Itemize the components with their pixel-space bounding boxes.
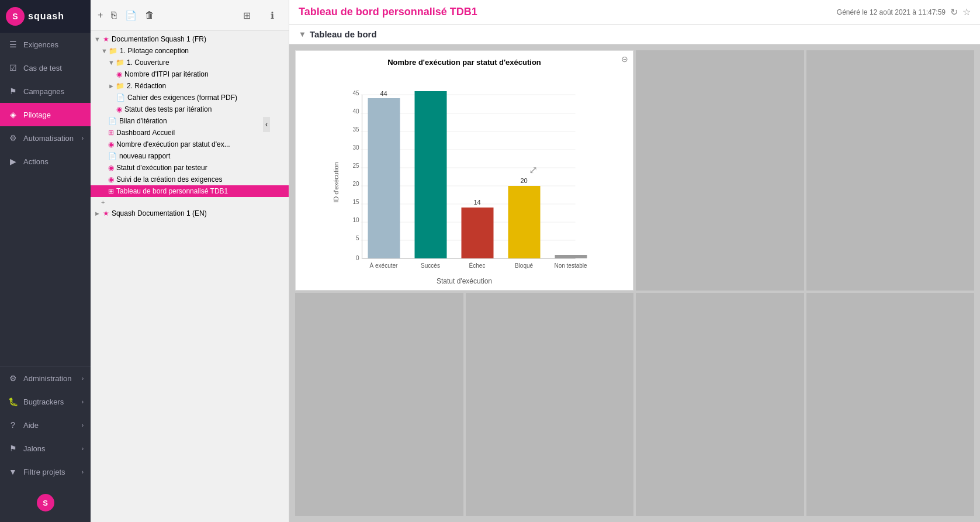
tree-panel: + ⎘ 📄 🗑 ⊞ ℹ ▼ ★ Documentation Squash 1 (… <box>91 0 289 522</box>
sidebar-item-label: Bugtrackers <box>23 397 64 406</box>
sidebar-item-exigences[interactable]: ☰ Exigences <box>0 33 91 56</box>
sidebar-item-label: Actions <box>23 157 49 166</box>
tree-item-redaction[interactable]: ► 📁 2. Rédaction <box>91 80 289 92</box>
empty-cell-1 <box>636 50 804 291</box>
collapse-panel-button[interactable]: ‹ <box>263 117 270 132</box>
chevron-icon: › <box>82 469 84 475</box>
bugtrackers-icon: 🐛 <box>7 396 19 407</box>
svg-text:45: 45 <box>352 90 359 96</box>
expand-icon: ► <box>108 82 115 89</box>
expand-icon: ▼ <box>94 36 101 43</box>
sidebar-item-label: Exigences <box>23 40 58 49</box>
filtre-projets-icon: ▼ <box>7 466 19 478</box>
dashboard-icon: ⊞ <box>108 129 114 137</box>
aide-icon: ? <box>7 419 19 431</box>
sidebar-item-jalons[interactable]: ⚑ Jalons › <box>0 437 91 460</box>
add-icon: + <box>101 199 105 206</box>
expand-icon: ▼ <box>101 47 108 54</box>
sidebar-item-cas-de-test[interactable]: ☑ Cas de test <box>0 56 91 79</box>
tree-item-pilotage-conception[interactable]: ▼ 📁 1. Pilotage conception <box>91 45 289 57</box>
tree-item-label: Tableau de bord personnalisé TDB1 <box>116 187 228 195</box>
favorite-button[interactable]: ☆ <box>962 6 971 18</box>
tree-item-cahier-exigences[interactable]: 📄 Cahier des exigences (format PDF) <box>91 92 289 103</box>
app-logo: S squash <box>0 0 91 33</box>
file-button[interactable]: 📄 <box>123 9 139 22</box>
tree-item-statut-tests[interactable]: ◉ Statut des tests par itération <box>91 103 289 115</box>
administration-icon: ⚙ <box>7 372 19 384</box>
svg-text:35: 35 <box>352 126 359 133</box>
sidebar: S squash ☰ Exigences ☑ Cas de test ⚑ Cam… <box>0 0 91 522</box>
tree-item-dashboard-accueil[interactable]: ⊞ Dashboard Accueil <box>91 127 289 139</box>
svg-text:Bloqué: Bloqué <box>515 262 534 269</box>
tree-item-couverture[interactable]: ▼ 📁 1. Couverture <box>91 57 289 68</box>
sidebar-item-bugtrackers[interactable]: 🐛 Bugtrackers › <box>0 390 91 413</box>
tree-item-label: Bilan d'itération <box>119 117 167 125</box>
svg-text:0: 0 <box>356 255 359 261</box>
tree-item-label: Suivi de la création des exigences <box>116 175 222 184</box>
tree-item-nouveau-rapport[interactable]: 📄 nouveau rapport <box>91 150 289 162</box>
svg-text:44: 44 <box>380 90 387 97</box>
tree-item-statut-execution-testeur[interactable]: ◉ Statut d'exécution par testeur <box>91 162 289 174</box>
add-button[interactable]: + <box>95 9 105 22</box>
tree-item-label: Nombre d'exécution par statut d'ex... <box>116 140 230 148</box>
bar-echec <box>462 208 494 258</box>
tree-item-label: Squash Documentation 1 (EN) <box>112 209 207 217</box>
empty-cell-2 <box>806 50 975 291</box>
svg-text:5: 5 <box>356 235 359 241</box>
svg-text:46: 46 <box>427 83 434 90</box>
svg-text:25: 25 <box>352 163 359 169</box>
chart-close-button[interactable]: ⊝ <box>621 54 628 64</box>
sidebar-item-automatisation[interactable]: ⚙ Automatisation › <box>0 126 91 150</box>
exigences-icon: ☰ <box>7 39 19 50</box>
section-header: ▼ Tableau de bord <box>289 25 980 44</box>
x-axis-label: Statut d'exécution <box>303 277 626 285</box>
sidebar-item-aide[interactable]: ? Aide › <box>0 413 91 437</box>
tree-item-doc-squash-fr[interactable]: ▼ ★ Documentation Squash 1 (FR) <box>91 33 289 45</box>
main-header: Tableau de bord personnalisé TDB1 Généré… <box>289 0 980 25</box>
page-title: Tableau de bord personnalisé TDB1 <box>299 6 477 18</box>
sidebar-item-label: Aide <box>23 421 39 430</box>
tree-item-label: 2. Rédaction <box>127 82 166 90</box>
chevron-icon: › <box>82 375 84 382</box>
sidebar-item-label: Automatisation <box>23 134 74 143</box>
cas-de-test-icon: ☑ <box>7 62 19 74</box>
sidebar-item-pilotage[interactable]: ◈ Pilotage <box>0 103 91 126</box>
sidebar-item-filtre-projets[interactable]: ▼ Filtre projets › <box>0 460 91 483</box>
delete-button[interactable]: 🗑 <box>143 9 157 22</box>
user-avatar[interactable]: S <box>37 494 54 511</box>
sidebar-item-campagnes[interactable]: ⚑ Campagnes <box>0 79 91 103</box>
copy-button[interactable]: ⎘ <box>109 9 119 22</box>
bar-a-executer <box>368 98 400 258</box>
report-icon: ◉ <box>116 105 122 113</box>
add-doc-en-button[interactable]: + <box>91 197 289 208</box>
tree-item-bilan-iteration[interactable]: 📄 Bilan d'itération <box>91 115 289 127</box>
svg-text:20: 20 <box>520 177 527 184</box>
sidebar-item-administration[interactable]: ⚙ Administration › <box>0 367 91 390</box>
svg-text:40: 40 <box>352 108 359 115</box>
tree-item-doc-squash-en[interactable]: ► ★ Squash Documentation 1 (EN) <box>91 208 289 219</box>
svg-text:15: 15 <box>352 199 359 205</box>
sidebar-item-label: Administration <box>23 374 71 383</box>
section-title: Tableau de bord <box>310 29 377 39</box>
tree-item-label: Statut d'exécution par testeur <box>116 164 207 172</box>
automatisation-icon: ⚙ <box>7 132 19 144</box>
tree-item-nombre-execution[interactable]: ◉ Nombre d'exécution par statut d'ex... <box>91 139 289 150</box>
folder-icon: 📁 <box>116 82 124 90</box>
refresh-button[interactable]: ↻ <box>950 6 958 18</box>
folder-icon: 📁 <box>109 47 117 55</box>
section-toggle[interactable]: ▼ <box>299 30 306 39</box>
tree-item-tableau-de-bord-tdb1[interactable]: ⊞ Tableau de bord personnalisé TDB1 <box>91 185 289 197</box>
tree-item-label: Documentation Squash 1 (FR) <box>112 35 206 43</box>
generated-label: Généré le 12 août 2021 à 11:47:59 <box>837 8 946 16</box>
expand-icon: ▼ <box>108 59 115 66</box>
tree-item-label: 1. Couverture <box>127 58 169 67</box>
svg-text:20: 20 <box>352 181 359 187</box>
grid-view-button[interactable]: ⊞ <box>235 4 258 27</box>
actions-icon: ▶ <box>7 155 19 167</box>
bar-non-testable <box>555 255 587 258</box>
info-view-button[interactable]: ℹ <box>261 4 284 27</box>
tree-item-nombre-itpi[interactable]: ◉ Nombre d'ITPI par itération <box>91 68 289 80</box>
sidebar-item-actions[interactable]: ▶ Actions <box>0 150 91 173</box>
chart-title: Nombre d'exécution par statut d'exécutio… <box>303 58 626 67</box>
tree-item-suivi-creation[interactable]: ◉ Suivi de la création des exigences <box>91 174 289 185</box>
